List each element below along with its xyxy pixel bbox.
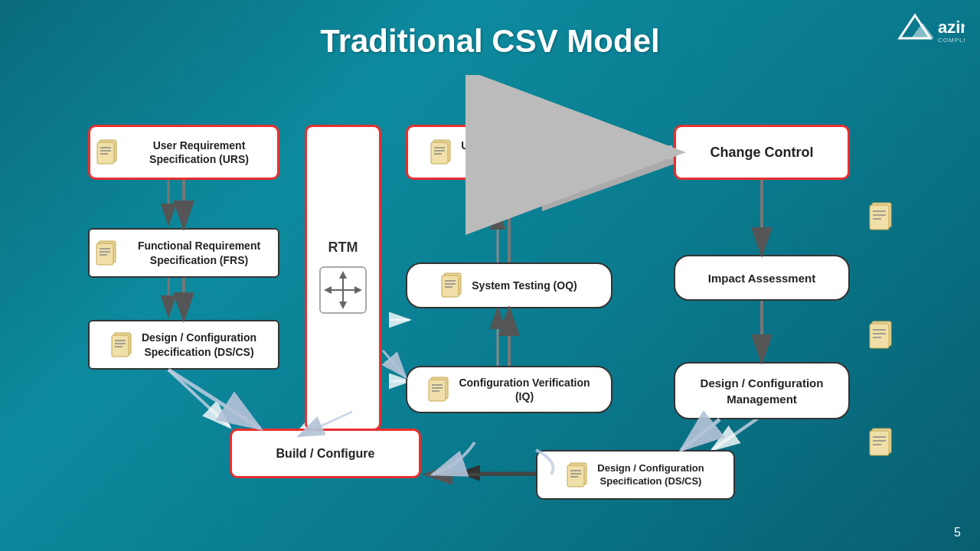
svg-rect-65 xyxy=(870,324,889,348)
doc-icon-dscs-left xyxy=(111,331,136,359)
svg-text:COMPLIANCE CONSULTING: COMPLIANCE CONSULTING xyxy=(938,37,965,44)
svg-marker-1 xyxy=(911,23,934,38)
doc-icon-oq xyxy=(441,272,466,299)
doc-icon-urs xyxy=(96,139,121,166)
oq-label: System Testing (OQ) xyxy=(472,279,577,292)
doc-icon-right-3 xyxy=(869,427,896,461)
svg-rect-60 xyxy=(870,205,889,230)
svg-rect-23 xyxy=(97,142,114,164)
page-number: 5 xyxy=(954,526,961,540)
iq-box: Configuration Verification(IQ) xyxy=(406,366,612,413)
rtm-cross-icon xyxy=(316,263,370,317)
frs-label: Functional Requirement Specification (FR… xyxy=(126,239,272,266)
doc-icon-right-2 xyxy=(869,320,896,354)
svg-rect-33 xyxy=(112,335,129,357)
svg-rect-70 xyxy=(870,431,889,455)
frs-box: Functional Requirement Specification (FR… xyxy=(88,228,279,278)
svg-marker-41 xyxy=(339,302,347,309)
build-box: Build / Configure xyxy=(230,429,421,478)
rtm-label: RTM xyxy=(328,240,358,256)
dscs-right-label: Design / ConfigurationSpecification (DS/… xyxy=(597,462,704,488)
iq-label: Configuration Verification(IQ) xyxy=(459,376,590,403)
logo-icon: azimuth COMPLIANCE CONSULTING xyxy=(873,11,965,50)
doc-icon-iq xyxy=(428,376,452,403)
doc-icon-right-1 xyxy=(869,201,896,235)
uat-label: User Acceptance Testing(PQ) xyxy=(461,139,588,166)
dscs-left-box: Design / ConfigurationSpecification (DS/… xyxy=(88,320,279,370)
doc-icon-uat xyxy=(430,139,455,166)
dcm-box: Design / Configuration Management xyxy=(674,362,850,419)
urs-box: User Requirement Specification (URS) xyxy=(88,125,279,180)
svg-marker-43 xyxy=(354,286,362,294)
doc-icon-dscs-right xyxy=(567,461,591,489)
svg-rect-28 xyxy=(96,243,113,265)
dscs-right-box: Design / ConfigurationSpecification (DS/… xyxy=(536,450,735,500)
diagram: User Requirement Specification (URS) Fun… xyxy=(15,75,965,519)
change-control-label: Change Control xyxy=(710,145,814,161)
change-control-box: Change Control xyxy=(674,125,850,180)
svg-text:azimuth: azimuth xyxy=(938,18,965,37)
impact-label: Impact Assessment xyxy=(708,272,815,285)
slide-container: azimuth COMPLIANCE CONSULTING Traditiona… xyxy=(0,0,980,551)
rtm-box: RTM xyxy=(305,125,381,431)
logo: azimuth COMPLIANCE CONSULTING xyxy=(873,11,965,50)
uat-box: User Acceptance Testing(PQ) xyxy=(406,125,612,180)
svg-rect-75 xyxy=(567,465,584,487)
oq-box: System Testing (OQ) xyxy=(406,262,612,308)
svg-rect-45 xyxy=(431,142,448,164)
urs-label: User Requirement Specification (URS) xyxy=(127,139,271,166)
doc-icon-frs xyxy=(96,240,120,267)
impact-box: Impact Assessment xyxy=(674,255,850,301)
svg-line-14 xyxy=(712,416,762,450)
svg-line-11 xyxy=(168,370,230,427)
svg-marker-42 xyxy=(324,286,332,294)
dcm-label: Design / Configuration Management xyxy=(681,375,842,407)
svg-rect-50 xyxy=(442,276,459,297)
svg-marker-40 xyxy=(339,271,347,279)
svg-rect-55 xyxy=(429,380,446,401)
dscs-left-label: Design / ConfigurationSpecification (DS/… xyxy=(142,331,256,358)
build-label: Build / Configure xyxy=(276,447,375,461)
